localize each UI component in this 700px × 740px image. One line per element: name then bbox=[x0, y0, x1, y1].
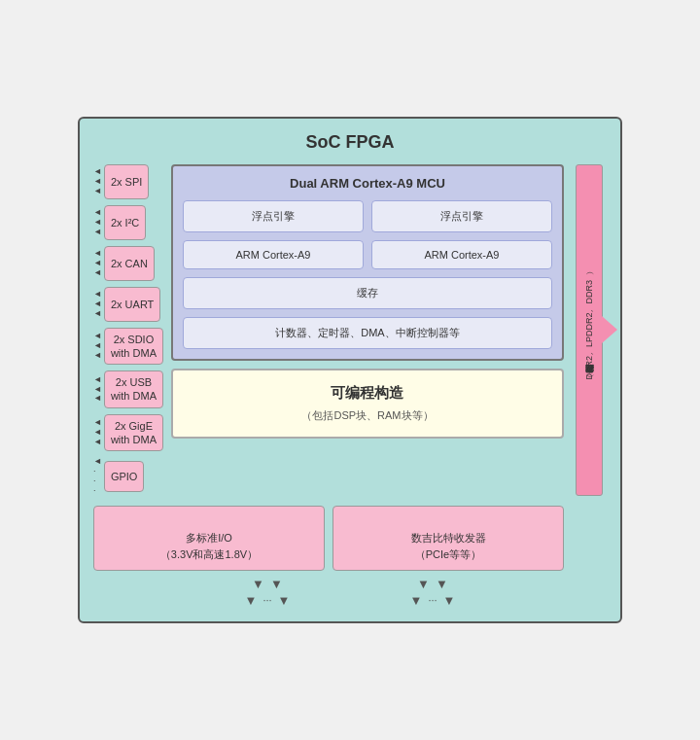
cache-cell: 缓存 bbox=[183, 277, 552, 309]
down-arrow-2: ▼ bbox=[270, 577, 283, 591]
io-block-spi: 2x SPI bbox=[104, 164, 149, 199]
peripherals-cell: 计数器、定时器、DMA、中断控制器等 bbox=[183, 317, 552, 349]
memory-controller-label: 动态内存控制器（DDR2、LPDDR2、DDR3） bbox=[583, 280, 596, 380]
diagram-container: SoC FPGA ◄ ◄ ◄ 2x SPI ◄ ◄ ◄ bbox=[78, 117, 622, 624]
memory-controller-block: 动态内存控制器（DDR2、LPDDR2、DDR3） bbox=[576, 164, 603, 496]
bottom-arrows-left: ▼ ▼ ▼ ··· ▼ bbox=[245, 577, 291, 608]
down-arrow-5: ▼ bbox=[417, 577, 430, 591]
io-item-usb: ◄ ◄ ◄ 2x USB with DMA bbox=[93, 370, 163, 408]
bottom-arrows: ▼ ▼ ▼ ··· ▼ ▼ ▼ ▼ ··· ▼ bbox=[93, 577, 607, 608]
down-arrow-1: ▼ bbox=[252, 577, 264, 591]
io-item-can: ◄ ◄ ◄ 2x CAN bbox=[93, 246, 163, 281]
io-block-uart: 2x UART bbox=[104, 287, 160, 322]
fpga-title: 可编程构造 bbox=[183, 384, 552, 403]
spi-arrows: ◄ ◄ ◄ bbox=[93, 167, 102, 196]
diagram-title: SoC FPGA bbox=[93, 132, 607, 153]
down-arrow-4: ▼ bbox=[278, 593, 291, 608]
dots-right: ··· bbox=[428, 594, 437, 608]
io-block-i2c: 2x I²C bbox=[104, 205, 146, 240]
bottom-io-block: 多标准I/O （3.3V和高速1.8V） bbox=[93, 506, 325, 572]
cpu1-cell: ARM Cortex-A9 bbox=[183, 240, 364, 269]
io-block-usb: 2x USB with DMA bbox=[104, 370, 163, 408]
fpu1-cell: 浮点引擎 bbox=[183, 200, 364, 232]
fpu2-cell: 浮点引擎 bbox=[371, 200, 552, 232]
fpga-block: 可编程构造 （包括DSP块、RAM块等） bbox=[171, 369, 564, 439]
io-item-spi: ◄ ◄ ◄ 2x SPI bbox=[93, 164, 163, 199]
io-item-sdio: ◄ ◄ ◄ 2x SDIO with DMA bbox=[93, 328, 163, 366]
mcu-title: Dual ARM Cortex-A9 MCU bbox=[183, 176, 552, 191]
io-block-sdio: 2x SDIO with DMA bbox=[104, 328, 163, 366]
io-item-gpio: ◄ · · · GPIO bbox=[93, 457, 163, 496]
io-block-gige: 2x GigE with DMA bbox=[104, 414, 163, 452]
io-sidebar: ◄ ◄ ◄ 2x SPI ◄ ◄ ◄ 2x I²C bbox=[93, 164, 163, 496]
mcu-block: Dual ARM Cortex-A9 MCU 浮点引擎 浮点引擎 ARM Cor… bbox=[171, 164, 564, 361]
bottom-serializer-block: 数吉比特收发器 （PCIe等等） bbox=[332, 506, 564, 572]
bottom-row: 多标准I/O （3.3V和高速1.8V） 数吉比特收发器 （PCIe等等） bbox=[93, 506, 607, 572]
mcu-grid: 浮点引擎 浮点引擎 ARM Cortex-A9 ARM Cortex-A9 缓存… bbox=[183, 200, 552, 349]
down-arrow-7: ▼ bbox=[410, 593, 423, 608]
io-block-can: 2x CAN bbox=[104, 246, 155, 281]
bottom-arrows-right: ▼ ▼ ▼ ··· ▼ bbox=[410, 577, 456, 608]
io-item-i2c: ◄ ◄ ◄ 2x I²C bbox=[93, 205, 163, 240]
memory-arrow-right bbox=[602, 316, 617, 343]
io-item-gige: ◄ ◄ ◄ 2x GigE with DMA bbox=[93, 414, 163, 452]
down-arrow-3: ▼ bbox=[245, 593, 258, 608]
down-arrow-8: ▼ bbox=[443, 593, 456, 608]
io-item-uart: ◄ ◄ ◄ 2x UART bbox=[93, 287, 163, 322]
dots-left: ··· bbox=[262, 594, 271, 608]
fpga-subtitle: （包括DSP块、RAM块等） bbox=[183, 408, 552, 423]
io-block-gpio: GPIO bbox=[104, 461, 145, 492]
down-arrow-6: ▼ bbox=[436, 577, 448, 591]
cpu2-cell: ARM Cortex-A9 bbox=[371, 240, 552, 269]
